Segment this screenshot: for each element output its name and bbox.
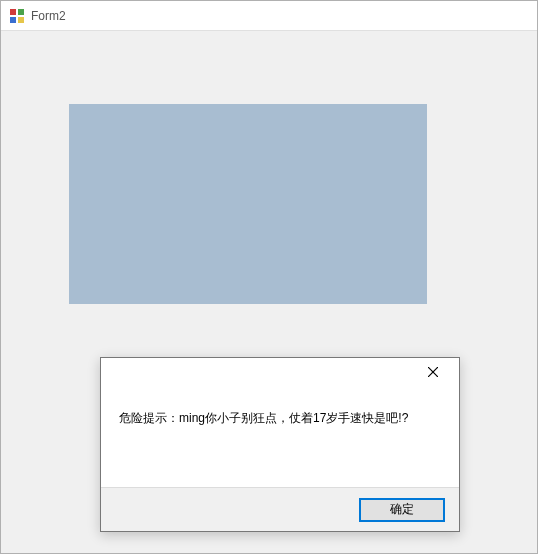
client-area: 危险提示：ming你小子别狂点，仗着17岁手速快是吧!? 确定 xyxy=(1,31,537,553)
svg-rect-3 xyxy=(18,17,24,23)
message-box-header xyxy=(101,358,459,386)
close-button[interactable] xyxy=(413,359,453,385)
close-icon xyxy=(428,364,438,380)
svg-rect-1 xyxy=(18,9,24,15)
message-box: 危险提示：ming你小子别狂点，仗着17岁手速快是吧!? 确定 xyxy=(100,357,460,532)
message-box-footer: 确定 xyxy=(101,487,459,531)
ok-button[interactable]: 确定 xyxy=(359,498,445,522)
svg-rect-2 xyxy=(10,17,16,23)
titlebar[interactable]: Form2 xyxy=(1,1,537,31)
message-text: 危险提示：ming你小子别狂点，仗着17岁手速快是吧!? xyxy=(101,386,459,427)
main-window: Form2 危险提示：ming你小子别狂点，仗着17岁手速快是吧!? 确定 xyxy=(0,0,538,554)
app-icon xyxy=(9,8,25,24)
content-panel xyxy=(69,104,427,304)
svg-rect-0 xyxy=(10,9,16,15)
window-title: Form2 xyxy=(31,9,66,23)
